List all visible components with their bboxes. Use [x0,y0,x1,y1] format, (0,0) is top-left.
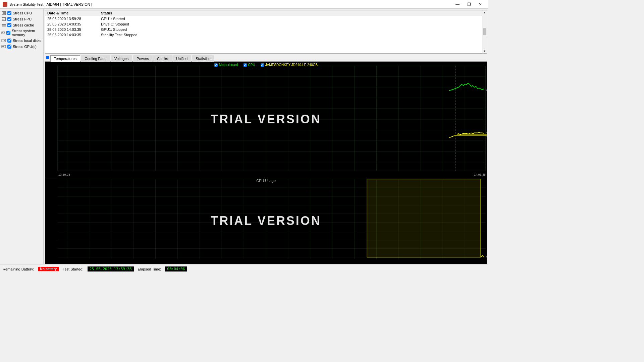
temp-chart-svg: 80 42 40 [45,62,487,177]
gpu-icon [1,44,6,49]
title-bar-controls: — ❐ ✕ [452,1,486,8]
cpu-chart-title: CPU Usage [256,179,276,183]
log-cell-status: GPU1: Stopped [99,27,482,32]
cache-icon [1,23,6,27]
tabs-bar: Temperatures Cooling Fans Voltages Power… [45,55,487,62]
elapsed-label: Elapsed Time: [138,267,161,271]
temperature-chart: Motherboard CPU JAMESDONKEY JD240-LE 240… [45,62,487,177]
svg-rect-7 [2,32,3,33]
stress-fpu-checkbox[interactable] [7,17,11,21]
charts-area: Motherboard CPU JAMESDONKEY JD240-LE 240… [45,62,487,264]
battery-label: Remaining Battery: [3,267,34,271]
svg-text:0%: 0% [486,255,487,258]
stress-disks-checkbox[interactable] [7,39,11,43]
log-cell-datetime: 25.05.2020 14:03:35 [45,21,99,27]
window-title: System Stability Test - AIDA64 [ TRIAL V… [9,2,92,6]
tab-cooling-fans[interactable]: Cooling Fans [81,55,110,62]
svg-text:40: 40 [486,134,487,138]
stress-gpus-label: Stress GPU(s) [13,45,37,49]
cpu-chart-svg: 0% [45,177,487,264]
legend-ssd: JAMESDONKEY JD240-LE 240GB [261,63,318,67]
stress-cache-label: Stress cache [13,23,34,27]
log-table: Date & Time Status 25.05.2020 13:59:28GP… [45,10,482,38]
svg-text:fp: fp [2,18,4,21]
cpu-icon [1,11,6,15]
status-bar: Remaining Battery: No battery Test Start… [0,264,488,274]
svg-rect-1 [3,12,5,14]
main-container: Stress CPU fp Stress FPU Stress cache St… [0,9,488,264]
log-cell-status: Drive C: Stopped [99,21,482,27]
log-row: 25.05.2020 14:03:35Stability Test: Stopp… [45,32,482,38]
app-icon [3,2,7,7]
svg-rect-9 [4,32,4,33]
stress-fpu-item[interactable]: fp Stress FPU [0,16,43,22]
legend-mb-label: Motherboard [219,63,238,67]
legend-cpu-label: CPU [248,63,255,67]
log-area: Date & Time Status 25.05.2020 13:59:28GP… [45,10,487,54]
svg-rect-8 [3,32,3,33]
log-row: 25.05.2020 14:03:35GPU1: Stopped [45,27,482,32]
legend-ssd-label: JAMESDONKEY JD240-LE 240GB [265,63,318,67]
log-row: 25.05.2020 14:03:35Drive C: Stopped [45,21,482,27]
stress-cpu-checkbox[interactable] [7,11,11,15]
stress-cache-checkbox[interactable] [7,23,11,27]
close-button[interactable]: ✕ [475,1,486,8]
title-bar: System Stability Test - AIDA64 [ TRIAL V… [0,0,488,9]
stress-fpu-label: Stress FPU [13,17,32,21]
log-cell-status: Stability Test: Stopped [99,32,482,38]
log-row: 25.05.2020 13:59:28GPU1: Started [45,16,482,22]
battery-value: No battery [38,267,59,271]
legend-cpu: CPU [244,63,255,67]
tab-temperatures[interactable]: Temperatures [50,55,80,62]
svg-rect-85 [367,179,481,257]
stress-local-disks-item[interactable]: Stress local disks [0,38,43,44]
log-cell-status: GPU1: Started [99,16,482,22]
svg-text:80: 80 [486,88,487,92]
stress-system-memory-item[interactable]: Stress system memory [0,28,43,38]
test-started-value: 25.05.2020 13:59:38 [88,266,134,272]
title-bar-left: System Stability Test - AIDA64 [ TRIAL V… [3,2,92,7]
stress-memory-label: Stress system memory [12,29,42,37]
disk-icon [1,38,6,43]
fpu-icon: fp [1,17,6,21]
test-started-label: Test Started: [63,267,84,271]
legend-ssd-checkbox[interactable] [261,63,264,67]
svg-rect-4 [2,24,6,25]
memory-icon [1,31,5,35]
stress-cpu-label: Stress CPU [13,11,32,15]
log-cell-datetime: 25.05.2020 14:03:35 [45,27,99,32]
log-cell-datetime: 25.05.2020 14:03:35 [45,32,99,38]
tab-statistics[interactable]: Statistics [192,55,214,62]
legend-motherboard: Motherboard [214,63,238,67]
legend-cpu-checkbox[interactable] [244,63,247,67]
log-cell-datetime: 25.05.2020 13:59:28 [45,16,99,22]
right-panel: Date & Time Status 25.05.2020 13:59:28GP… [44,9,488,264]
stress-cpu-item[interactable]: Stress CPU [0,10,43,16]
left-panel: Stress CPU fp Stress FPU Stress cache St… [0,9,44,264]
tab-voltages[interactable]: Voltages [111,55,132,62]
legend-mb-checkbox[interactable] [214,63,218,67]
tab-unified[interactable]: Unified [172,55,191,62]
chart-legend: Motherboard CPU JAMESDONKEY JD240-LE 240… [214,63,318,67]
svg-rect-14 [2,46,4,47]
stress-gpus-item[interactable]: Stress GPU(s) [0,44,43,50]
tab-clocks[interactable]: Clocks [153,55,172,62]
temp-chart-time-end: 14:03:35 [474,173,486,176]
temp-chart-time-start: 13:59:28 [58,173,70,176]
log-header-datetime: Date & Time [45,10,99,16]
stress-cache-item[interactable]: Stress cache [0,22,43,28]
log-scrollbar[interactable]: ▲ ▼ [482,10,487,53]
svg-rect-5 [2,25,6,26]
log-header-status: Status [99,10,482,16]
restore-button[interactable]: ❐ [464,1,474,8]
tab-indicator [46,56,49,59]
log-content: Date & Time Status 25.05.2020 13:59:28GP… [45,10,482,53]
minimize-button[interactable]: — [452,1,463,8]
svg-rect-10 [4,32,5,33]
tab-powers[interactable]: Powers [133,55,153,62]
cpu-chart: CPU Usage 100% 0% TRIAL VERSION [45,177,487,264]
elapsed-value: 00:04:06 [165,266,187,272]
stress-memory-checkbox[interactable] [6,31,10,35]
stress-gpus-checkbox[interactable] [7,45,11,49]
svg-point-12 [4,40,5,41]
